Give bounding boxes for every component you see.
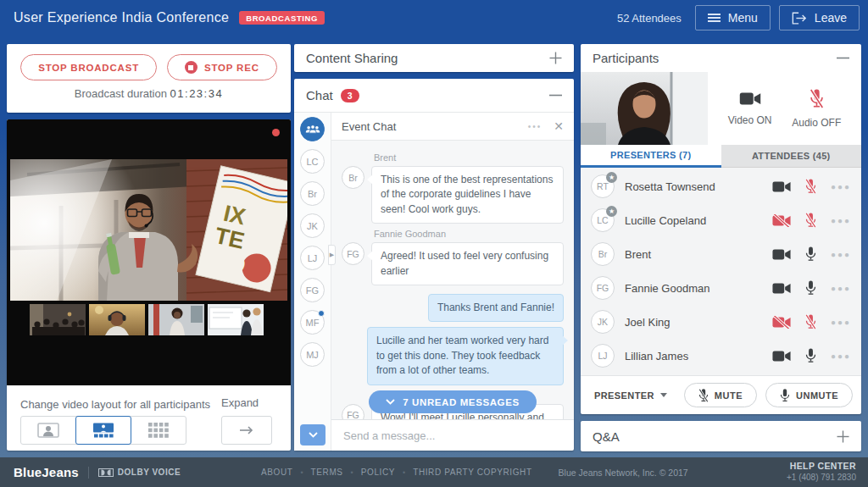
chat-rail-avatar[interactable]: Br [300, 181, 325, 206]
mute-all-button[interactable]: MUTE [684, 383, 757, 407]
participant-row: Br ★ Brent ●●● [581, 237, 861, 271]
more-options-icon[interactable]: ●●● [831, 318, 851, 327]
chat-collapse-button[interactable] [549, 94, 562, 97]
video-thumbnail-man-headphones[interactable] [89, 304, 145, 335]
camera-icon [739, 91, 761, 106]
self-audio-status[interactable]: Audio OFF [792, 89, 841, 129]
content-sharing-title: Content Sharing [306, 51, 398, 65]
avatar-initials: Br [598, 249, 608, 259]
chat-message-self: Thanks Brent and Fannie! [428, 294, 564, 322]
chat-message-list[interactable]: Brent Br This is one of the best represe… [331, 141, 574, 419]
layout-speaker-icon [37, 423, 59, 438]
unread-messages-button[interactable]: 7 UNREAD MESSAGES [369, 390, 536, 413]
participant-row: FG ★ Fannie Goodman ●●● [581, 271, 861, 305]
more-options-icon[interactable]: ●●● [831, 182, 851, 191]
menu-button[interactable]: Menu [695, 5, 771, 30]
more-options-icon[interactable]: ●●● [831, 216, 851, 225]
chat-rail-avatar[interactable]: JK [300, 213, 325, 238]
presenter-filter-dropdown[interactable]: PRESENTER [594, 390, 667, 401]
video-thumbnail-whiteboard[interactable] [208, 304, 264, 335]
copyright-text: Blue Jeans Network, Inc. © 2017 [559, 468, 688, 478]
mic-icon[interactable] [805, 280, 816, 296]
participants-panel: Participants Video ON [581, 44, 861, 414]
broadcast-panel: STOP BROADCAST STOP REC Broadcast durati… [7, 44, 291, 113]
video-thumbnail-strip [30, 304, 264, 335]
chat-title: Chat [306, 88, 333, 102]
tab-attendees[interactable]: ATTENDEES (45) [721, 145, 862, 168]
video-thumbnail-audience[interactable] [30, 304, 86, 335]
content-sharing-expand-button[interactable] [549, 52, 562, 64]
mic-icon[interactable] [805, 246, 816, 262]
mic-icon [780, 389, 790, 402]
plus-icon [837, 430, 849, 443]
chat-close-icon[interactable]: ✕ [554, 119, 564, 133]
event-chat-avatar[interactable] [300, 117, 325, 141]
chat-room-title: Event Chat [342, 120, 396, 133]
qa-expand-button[interactable] [837, 430, 849, 443]
mic-icon[interactable] [805, 179, 816, 194]
unread-dot [318, 310, 325, 317]
camera-icon[interactable] [772, 180, 791, 193]
camera-icon[interactable] [772, 248, 791, 261]
more-options-icon[interactable]: ●●● [831, 250, 851, 259]
camera-icon[interactable] [772, 282, 791, 295]
camera-icon[interactable] [772, 350, 791, 362]
chat-message-input[interactable] [343, 429, 562, 442]
layout-filmstrip-icon [92, 423, 114, 438]
participant-avatar: FG ★ [591, 276, 615, 300]
mic-icon[interactable] [805, 213, 816, 228]
tab-presenters[interactable]: PRESENTERS (7) [581, 145, 721, 168]
chat-rail-avatar[interactable]: LC [300, 149, 325, 174]
help-center-link[interactable]: HELP CENTER [787, 461, 856, 471]
participant-list: RT ★ Rosetta Townsend ●●● LC ★ Lucille C… [581, 168, 861, 375]
unmute-all-button[interactable]: UNMUTE [765, 383, 853, 407]
footer-link-terms[interactable]: TERMS [311, 468, 343, 477]
more-options-icon[interactable]: ●●● [831, 351, 851, 361]
chat-rail-avatar[interactable]: MJ [300, 342, 325, 367]
more-options-icon[interactable]: ●●● [831, 284, 851, 293]
layout-grid-button[interactable] [131, 417, 186, 444]
participant-avatar: RT ★ [591, 174, 615, 198]
participant-name: Fannie Goodman [625, 282, 709, 295]
chat-rail-avatar[interactable]: FG [300, 278, 325, 302]
participant-name: Lucille Copeland [625, 214, 706, 227]
camera-icon[interactable] [772, 214, 791, 227]
plus-icon [549, 52, 562, 64]
self-video-status[interactable]: Video ON [728, 91, 772, 126]
participant-avatar: LC ★ [591, 208, 615, 232]
participant-avatar: Br ★ [591, 242, 615, 266]
video-thumbnail-woman-standing[interactable] [148, 304, 204, 335]
layout-speaker-button[interactable] [21, 417, 76, 444]
camera-icon[interactable] [772, 316, 791, 329]
stop-broadcast-button[interactable]: STOP BROADCAST [20, 54, 157, 80]
bluejeans-logo: BlueJeans [14, 465, 79, 479]
chat-message: This is one of the best representations … [371, 166, 564, 224]
chevron-down-icon [309, 432, 318, 438]
main-video-stage[interactable]: IX TE CO [7, 119, 291, 385]
chat-options-icon[interactable]: ••• [528, 122, 542, 131]
mic-icon[interactable] [805, 314, 816, 329]
participant-row: JK ★ Joel King ●●● [581, 305, 861, 339]
footer-link-third-party[interactable]: THIRD PARTY COPYRIGHT [413, 468, 531, 477]
mic-icon[interactable] [805, 348, 816, 363]
chat-rail-more-button[interactable] [300, 424, 326, 445]
main-video-feed: IX TE CO [10, 159, 287, 301]
avatar-initials: LJ [598, 351, 607, 361]
top-bar: User Experience India Conference BROADCA… [0, 0, 868, 36]
participant-name: Lillian James [625, 350, 688, 362]
avatar-initials: LC [597, 215, 608, 225]
footer-link-policy[interactable]: POLICY [361, 468, 395, 477]
chat-rail-avatar[interactable]: MF [300, 310, 325, 335]
expand-video-button[interactable] [221, 416, 272, 445]
chat-rail-avatar[interactable]: LJ [300, 246, 325, 270]
layout-filmstrip-button[interactable] [75, 416, 132, 445]
presenter-star-badge: ★ [606, 172, 617, 183]
chat-rail-collapse-handle[interactable]: ▶ [328, 245, 336, 265]
video-layout-switcher [20, 416, 186, 445]
chat-message: Agreed! It used to feel very confusing e… [371, 242, 564, 285]
footer-link-about[interactable]: ABOUT [261, 468, 292, 477]
leave-button[interactable]: Leave [779, 5, 860, 30]
stop-recording-button[interactable]: STOP REC [167, 54, 277, 80]
participants-collapse-button[interactable] [837, 57, 849, 59]
group-icon [305, 124, 320, 136]
